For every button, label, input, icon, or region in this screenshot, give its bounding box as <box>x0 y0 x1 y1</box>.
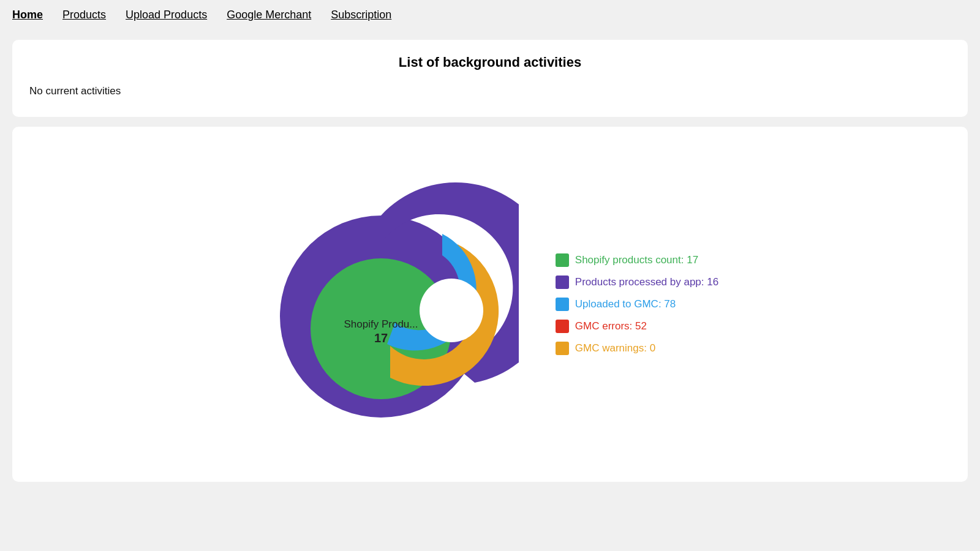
donut-chart-area: Shopify Produ... 17 <box>262 176 519 433</box>
legend-item-gmc-uploaded: Uploaded to GMC: 78 <box>556 298 718 311</box>
legend-color-purple <box>556 276 569 289</box>
nav-products[interactable]: Products <box>62 9 106 21</box>
nav-home[interactable]: Home <box>12 9 43 21</box>
legend-color-red <box>556 320 569 333</box>
legend-color-blue <box>556 298 569 311</box>
legend-label-shopify-count: Shopify products count: 17 <box>575 254 698 266</box>
legend-label-processed: Products processed by app: 16 <box>575 276 718 288</box>
legend-label-gmc-warnings: GMC warnings: 0 <box>575 342 655 354</box>
legend-color-green <box>556 253 569 267</box>
chart-center-label: Shopify Produ... <box>344 318 418 330</box>
chart-legend: Shopify products count: 17 Products proc… <box>556 253 718 355</box>
no-activities-message: No current activities <box>29 83 951 102</box>
nav-subscription[interactable]: Subscription <box>331 9 391 21</box>
chart-card: Shopify Produ... 17 Shopify products cou… <box>12 127 968 482</box>
nav-upload-products[interactable]: Upload Products <box>126 9 207 21</box>
chart-center-value: 17 <box>374 331 388 345</box>
legend-item-processed: Products processed by app: 16 <box>556 276 718 289</box>
legend-label-gmc-uploaded: Uploaded to GMC: 78 <box>575 298 676 310</box>
legend-label-gmc-errors: GMC errors: 52 <box>575 320 647 332</box>
legend-item-shopify-count: Shopify products count: 17 <box>556 253 718 267</box>
main-nav: Home Products Upload Products Google Mer… <box>0 0 980 30</box>
donut-chart-svg: Shopify Produ... 17 <box>262 176 519 433</box>
legend-item-gmc-warnings: GMC warnings: 0 <box>556 342 718 355</box>
activities-card: List of background activities No current… <box>12 40 968 117</box>
nav-google-merchant[interactable]: Google Merchant <box>227 9 311 21</box>
legend-item-gmc-errors: GMC errors: 52 <box>556 320 718 333</box>
activities-title: List of background activities <box>29 54 951 70</box>
legend-color-gold <box>556 342 569 355</box>
donut-hole-white <box>420 279 483 342</box>
